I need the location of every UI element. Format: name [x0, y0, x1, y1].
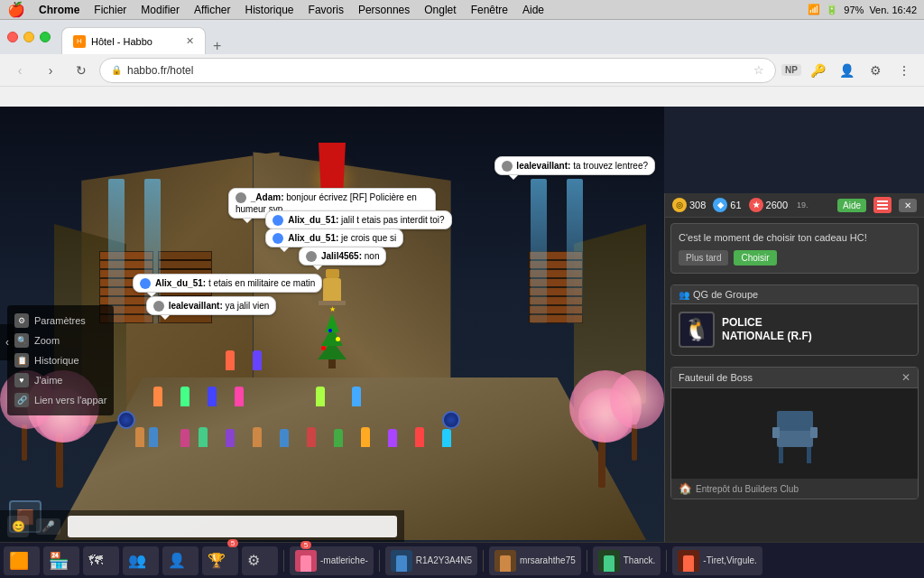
close-panel-button[interactable]: ✕ — [899, 199, 917, 212]
later-button[interactable]: Plus tard — [679, 250, 728, 266]
menu-item-lien[interactable]: 🔗 Lien vers l'appar — [13, 390, 108, 410]
gem-icon: ◆ — [713, 198, 727, 212]
taskbar-user-matleriche[interactable]: 5 -matleriche- — [290, 546, 374, 575]
taskbar-separator-1 — [283, 550, 284, 572]
menu-bar: 🍎 Chrome Fichier Modifier Afficher Histo… — [0, 0, 924, 20]
red-action-button[interactable] — [873, 197, 892, 213]
menu-dots-icon[interactable]: ⋮ — [892, 58, 917, 83]
svg-rect-0 — [777, 429, 813, 447]
menu-item-zoom[interactable]: 🔍 Zoom — [13, 331, 108, 350]
address-url: habbo.fr/hotel — [127, 64, 748, 77]
menu-favoris[interactable]: Favoris — [302, 4, 350, 16]
taskbar-friends[interactable]: 👥 — [123, 546, 159, 575]
forward-button[interactable]: › — [38, 58, 63, 83]
menu-item-historique[interactable]: 📋 Historique — [13, 350, 108, 370]
menu-historique[interactable]: Historique — [239, 4, 300, 16]
menu-fichier[interactable]: Fichier — [88, 4, 133, 16]
traffic-lights — [7, 32, 51, 42]
tab-hotel-habbo[interactable]: H Hôtel - Habbo ✕ — [61, 27, 206, 54]
tab-favicon: H — [73, 35, 86, 48]
star-icon[interactable]: ☆ — [753, 63, 764, 77]
lien-icon: 🔗 — [14, 393, 29, 407]
group-header: 👥 QG de Groupe — [671, 285, 918, 304]
right-panel: ◎ 308 ◆ 61 ★ 2600 19. Aide ✕ — [664, 193, 924, 578]
menu-aide[interactable]: Aide — [516, 4, 550, 16]
left-menu: ⚙ Paramètres 🔍 Zoom 📋 Historique ♥ J'aim… — [7, 305, 114, 415]
parametres-icon: ⚙ — [14, 313, 29, 328]
furniture-close-button[interactable]: ✕ — [901, 371, 910, 384]
svg-rect-4 — [772, 427, 780, 438]
coins-display: ◎ 308 — [672, 198, 706, 212]
furniture-content — [671, 388, 918, 479]
extensions-icon[interactable]: ⚙ — [863, 58, 888, 83]
star-currency-icon: ★ — [749, 198, 763, 212]
taskbar-navigator[interactable]: 🗺 — [83, 546, 119, 575]
chat-bubble-6: Alix_du_51: t etais en militaire ce mati… — [133, 274, 322, 293]
chat-input[interactable] — [68, 516, 397, 537]
taskbar-avatar[interactable]: 👤 — [162, 546, 199, 575]
coin-icon: ◎ — [672, 198, 687, 212]
group-badge: 🐧 — [679, 312, 715, 348]
svg-rect-2 — [779, 447, 783, 463]
taskbar-user-tiret-virgule[interactable]: -Tiret,Virgule. — [672, 546, 762, 575]
apple-menu[interactable]: 🍎 — [7, 1, 25, 18]
maximize-window-button[interactable] — [40, 32, 51, 42]
minimize-window-button[interactable] — [23, 32, 34, 42]
menu-item-jaime[interactable]: ♥ J'aime — [13, 370, 108, 390]
key-icon[interactable]: 🔑 — [805, 58, 830, 83]
np-badge: NP — [781, 64, 801, 76]
game-scene[interactable]: ◧ ⛶ — [0, 107, 664, 578]
new-tab-button[interactable]: + — [206, 38, 228, 54]
menu-chrome[interactable]: Chrome — [32, 4, 86, 16]
back-button[interactable]: ‹ — [7, 58, 32, 83]
gift-actions: Plus tard Choisir — [679, 250, 910, 266]
group-name: POLICENATIONALE (R.F) — [722, 316, 812, 344]
account-icon[interactable]: 👤 — [834, 58, 859, 83]
menubar-right-icons: 📶 🔋 97% Ven. 16:42 — [808, 4, 917, 15]
svg-rect-1 — [777, 411, 813, 431]
chat-bubble-7: lealevaillant: ya jalil vien — [146, 296, 277, 315]
tab-title: Hôtel - Habbo — [91, 36, 180, 47]
left-panel-toggle[interactable]: ‹ — [0, 324, 14, 360]
historique-icon: 📋 — [14, 353, 29, 368]
menu-item-parametres[interactable]: ⚙ Paramètres — [13, 311, 108, 331]
group-qg-panel: 👥 QG de Groupe 🐧 POLICENATIONALE (R.F) — [670, 284, 919, 356]
furniture-footer: 🏠 Entrepôt du Builders Club — [671, 479, 918, 499]
builders-club-icon: 🏠 — [679, 482, 692, 495]
gift-selection-box: C'est le moment de choisir ton cadeau HC… — [670, 223, 919, 274]
taskbar-achievements[interactable]: 🏆 5 — [202, 546, 238, 575]
tab-close-button[interactable]: ✕ — [186, 35, 194, 47]
game-container: ◧ ⛶ — [0, 107, 924, 578]
taskbar-inventory[interactable]: 🟧 — [4, 546, 40, 575]
time-label: Ven. 16:42 — [869, 5, 917, 15]
choose-button[interactable]: Choisir — [734, 250, 776, 266]
menu-afficher[interactable]: Afficher — [188, 4, 236, 16]
group-content: 🐧 POLICENATIONALE (R.F) — [671, 304, 918, 355]
furniture-panel: Fauteuil de Boss ✕ — [670, 367, 919, 499]
battery-label: 97% — [844, 5, 864, 15]
game-taskbar: 🟧 🏪 🗺 👥 👤 🏆 5 ⚙ — [0, 542, 924, 578]
reload-button[interactable]: ↻ — [69, 58, 94, 83]
close-window-button[interactable] — [7, 32, 18, 42]
chrome-window: H Hôtel - Habbo ✕ + ‹ › ↻ 🔒 habbo.fr/hot… — [0, 20, 924, 578]
chrome-navbar: ‹ › ↻ 🔒 habbo.fr/hotel ☆ NP 🔑 👤 ⚙ ⋮ — [0, 54, 924, 87]
chat-bubble-5: Jalil4565: non — [299, 247, 386, 266]
lock-icon: 🔒 — [111, 65, 122, 75]
furniture-header: Fauteuil de Boss ✕ — [671, 368, 918, 388]
taskbar-separator-5 — [666, 550, 667, 572]
menu-personnes[interactable]: Personnes — [352, 4, 416, 16]
aide-button[interactable]: Aide — [837, 199, 866, 212]
taskbar-catalog[interactable]: 🏪 — [43, 546, 79, 575]
chat-emoji-button[interactable]: 😊 — [7, 516, 29, 537]
chat-bar: 😊 🎤 — [0, 510, 404, 542]
menu-modifier[interactable]: Modifier — [134, 4, 186, 16]
address-bar[interactable]: 🔒 habbo.fr/hotel ☆ — [99, 58, 776, 83]
taskbar-extra1[interactable]: ⚙ — [242, 546, 278, 575]
taskbar-user-thanck[interactable]: Thanck. — [593, 546, 661, 575]
menu-onglet[interactable]: Onglet — [418, 4, 462, 16]
taskbar-user-mrsarahthe75[interactable]: mrsarahthe75 — [489, 546, 581, 575]
taskbar-user-r1a2y3a4n5[interactable]: R1A2Y3A4N5 — [385, 546, 477, 575]
tab-bar: H Hôtel - Habbo ✕ + — [61, 20, 228, 54]
taskbar-separator-2 — [379, 550, 380, 572]
menu-fenetre[interactable]: Fenêtre — [465, 4, 514, 16]
